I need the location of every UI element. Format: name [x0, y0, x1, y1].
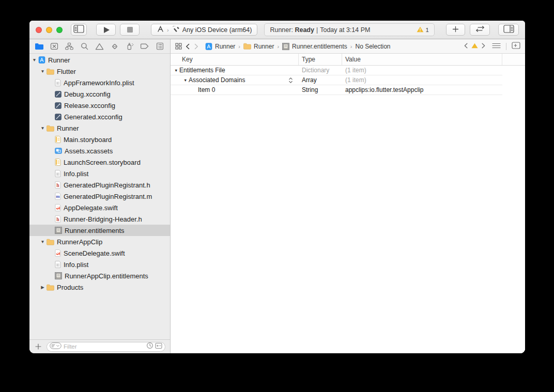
hfile-icon: h [55, 181, 61, 189]
add-editor-icon[interactable] [512, 42, 520, 51]
disclosure-closed-icon[interactable]: ▶ [40, 285, 45, 290]
column-header-key[interactable]: Key [171, 54, 299, 65]
tree-item[interactable]: AppFrameworkInfo.plist [29, 77, 170, 88]
zoom-button[interactable] [56, 27, 63, 33]
library-button[interactable] [446, 24, 465, 36]
tree-item[interactable]: Generated.xcconfig [29, 111, 170, 122]
breadcrumb-item[interactable]: Runner [205, 43, 235, 50]
tree-item[interactable]: RunnerAppClip.entitlements [29, 270, 170, 281]
breadcrumb-item[interactable]: Runner [243, 43, 274, 50]
recent-files-icon[interactable] [146, 342, 153, 351]
next-issue-icon[interactable] [482, 43, 485, 50]
previous-issue-icon[interactable] [464, 43, 468, 50]
plist-row[interactable]: ▼Associated DomainsArray(1 item) [171, 75, 502, 85]
value-cell[interactable]: (1 item) [342, 75, 502, 85]
tree-item-label: Assets.xcassets [65, 147, 113, 155]
disclosure-open-icon[interactable]: ▼ [40, 69, 45, 74]
tree-item[interactable]: Debug.xcconfig [29, 88, 170, 100]
key-cell[interactable]: Item 0 [171, 85, 299, 95]
run-button[interactable] [96, 24, 116, 36]
key-cell[interactable]: ▼Entitlements File [171, 66, 299, 75]
debug-navigator-icon[interactable] [124, 41, 135, 52]
folder-icon [47, 284, 54, 291]
tree-item[interactable]: Assets.xcassets [29, 145, 170, 156]
breakpoint-navigator-icon[interactable] [139, 41, 150, 52]
svg-text:m: m [56, 194, 60, 199]
type-cell[interactable]: Array [299, 75, 342, 85]
go-back-icon[interactable] [186, 43, 190, 50]
crumb-separator: › [238, 43, 240, 50]
tree-item[interactable]: ▼RunnerAppClip [29, 236, 170, 247]
disclosure-open-icon[interactable]: ▼ [183, 78, 189, 83]
value-cell[interactable]: appclips:io.flutter.testAppclip [342, 85, 502, 95]
tree-item[interactable]: hRunner-Bridging-Header.h [29, 213, 170, 225]
chevron-sep: › [167, 27, 169, 33]
stepper-control[interactable] [288, 77, 293, 85]
column-header-type[interactable]: Type [299, 54, 342, 65]
entitlements-icon [282, 43, 289, 50]
add-file-button[interactable] [34, 342, 42, 351]
disclosure-open-icon[interactable]: ▼ [174, 68, 179, 73]
tree-item[interactable]: Main.storyboard [29, 134, 170, 145]
source-control-navigator-icon[interactable] [49, 41, 60, 52]
tree-item[interactable]: LaunchScreen.storyboard [29, 156, 170, 168]
tree-item[interactable]: ▼Runner [29, 122, 170, 134]
report-navigator-icon[interactable] [154, 41, 165, 52]
filter-field[interactable] [47, 342, 165, 352]
value-cell[interactable]: (1 item) [342, 66, 502, 75]
issue-navigator-icon[interactable] [94, 41, 105, 52]
tree-item[interactable]: SceneDelegate.swift [29, 247, 170, 259]
filter-input[interactable] [64, 343, 144, 350]
scheme-label: Any iOS Device (arm64) [182, 26, 252, 34]
toggle-navigator-button[interactable] [71, 24, 87, 36]
tree-item[interactable]: Info.plist [29, 259, 170, 270]
related-items-icon[interactable] [175, 43, 182, 50]
plist-row[interactable]: Item 0Stringappclips:io.flutter.testAppc… [171, 85, 502, 95]
code-review-button[interactable] [470, 24, 490, 36]
issue-warning-icon[interactable] [471, 43, 478, 50]
tree-item-label: Release.xcconfig [64, 102, 115, 109]
toggle-inspector-button[interactable] [498, 24, 519, 36]
tree-item[interactable]: mGeneratedPluginRegistrant.m [29, 191, 170, 202]
test-navigator-icon[interactable] [109, 41, 120, 52]
tree-item[interactable]: ▼Flutter [29, 66, 170, 77]
symbol-navigator-icon[interactable] [64, 41, 75, 52]
swift-icon [55, 249, 61, 257]
key-cell[interactable]: ▼Associated Domains [171, 75, 299, 85]
tree-item[interactable]: Runner.entitlements [29, 225, 170, 236]
disclosure-open-icon[interactable]: ▼ [40, 239, 45, 244]
project-navigator-icon[interactable] [34, 41, 45, 52]
go-forward-icon[interactable] [194, 43, 198, 50]
traffic-lights [36, 27, 63, 33]
filter-icon [50, 342, 61, 351]
disclosure-open-icon[interactable]: ▼ [32, 57, 37, 62]
tree-item[interactable]: ▶Products [29, 281, 170, 293]
scheme-selector[interactable]: › Any iOS Device (arm64) [151, 24, 257, 36]
tree-item[interactable]: AppDelegate.swift [29, 202, 170, 213]
breadcrumb-item[interactable]: Runner.entitlements [282, 43, 347, 50]
tree-item[interactable]: ▼Runner [29, 54, 170, 66]
xcode-window: › Any iOS Device (arm64) Runner: Ready|T… [29, 21, 525, 353]
toolbar: › Any iOS Device (arm64) Runner: Ready|T… [29, 21, 525, 39]
column-header-value[interactable]: Value [342, 54, 502, 65]
project-icon [38, 56, 45, 64]
editor-options-icon[interactable] [492, 43, 501, 50]
type-cell[interactable]: Dictionary [299, 66, 342, 75]
tree-item[interactable]: Info.plist [29, 168, 170, 179]
tree-item-label: AppFrameworkInfo.plist [64, 79, 134, 87]
find-navigator-icon[interactable] [79, 41, 90, 52]
close-button[interactable] [36, 27, 42, 33]
tree-item-label: RunnerAppClip [57, 238, 102, 246]
scm-status-filter-icon[interactable] [155, 342, 162, 351]
stop-button[interactable] [120, 24, 140, 36]
breadcrumb: Runner›Runner›Runner.entitlements›No Sel… [205, 43, 391, 50]
warning-badge[interactable]: 1 [417, 26, 429, 34]
minimize-button[interactable] [46, 27, 52, 33]
tree-item[interactable]: Release.xcconfig [29, 100, 170, 111]
breadcrumb-item[interactable]: No Selection [355, 43, 390, 50]
disclosure-open-icon[interactable]: ▼ [40, 126, 45, 131]
tree-item[interactable]: hGeneratedPluginRegistrant.h [29, 179, 170, 191]
activity-view[interactable]: Runner: Ready|Today at 3:14 PM 1 [264, 23, 435, 36]
plist-row[interactable]: ▼Entitlements FileDictionary(1 item) [171, 66, 502, 75]
type-cell[interactable]: String [299, 85, 342, 95]
